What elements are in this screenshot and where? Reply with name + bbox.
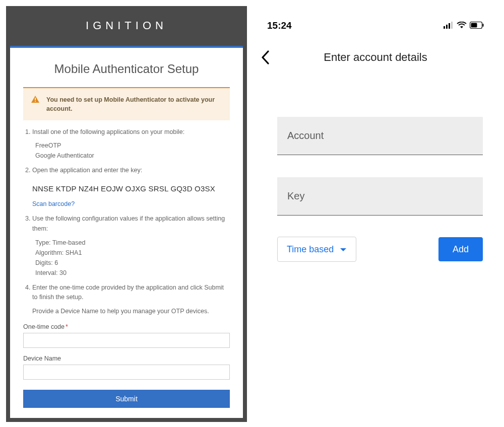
step3-text: Use the following configuration values i…	[32, 215, 225, 232]
phone-screen: 15:24 Enter account details	[247, 0, 504, 427]
account-field[interactable]	[277, 117, 483, 155]
svg-rect-1	[35, 101, 36, 102]
one-time-code-input[interactable]	[23, 333, 230, 348]
step2-text: Open the application and enter the key:	[32, 167, 142, 174]
svg-rect-0	[35, 98, 36, 100]
svg-rect-5	[451, 22, 453, 29]
page-title: Mobile Authenticator Setup	[23, 62, 230, 76]
chevron-down-icon	[340, 244, 347, 255]
app-google-auth: Google Authenticator	[35, 151, 230, 161]
cfg-algo: Algorithm: SHA1	[35, 248, 230, 258]
cfg-type: Type: Time-based	[35, 238, 230, 248]
status-bar: 15:24	[247, 10, 504, 36]
setup-steps: Install one of the following application…	[23, 127, 230, 316]
alert-banner: You need to set up Mobile Authenticator …	[23, 87, 230, 120]
add-button[interactable]: Add	[438, 237, 483, 261]
title-bar: Enter account details	[247, 43, 504, 72]
svg-rect-8	[483, 24, 484, 27]
otc-label: One-time code*	[23, 323, 230, 330]
svg-rect-3	[446, 25, 448, 29]
step1-text: Install one of the following application…	[32, 128, 184, 135]
alert-text: You need to set up Mobile Authenticator …	[46, 96, 215, 112]
submit-button[interactable]: Submit	[23, 390, 230, 408]
ignition-panel: IGNITION Mobile Authenticator Setup You …	[6, 6, 247, 422]
wifi-icon	[457, 20, 467, 31]
device-name-label: Device Name	[23, 355, 230, 362]
screen-title: Enter account details	[324, 51, 427, 64]
step4-text: Enter the one-time code provided by the …	[32, 284, 224, 301]
battery-icon	[470, 20, 484, 31]
ignition-brand: IGNITION	[6, 6, 247, 46]
svg-rect-7	[471, 23, 477, 28]
device-name-input[interactable]	[23, 365, 230, 380]
step4-extra: Provide a Device Name to help you manage…	[32, 307, 230, 316]
cfg-digits: Digits: 6	[35, 258, 230, 268]
type-select-label: Time based	[287, 244, 334, 255]
authenticator-key: NNSE KTDP NZ4H EOJW OJXG SRSL GQ3D O3SX	[32, 183, 230, 194]
app-freeotp: FreeOTP	[35, 141, 230, 151]
back-icon[interactable]	[261, 50, 270, 67]
cfg-interval: Interval: 30	[35, 268, 230, 278]
warning-icon	[31, 96, 39, 105]
cellular-icon	[444, 20, 454, 31]
key-field[interactable]	[277, 177, 483, 216]
svg-rect-4	[449, 23, 450, 29]
svg-rect-2	[444, 26, 445, 29]
scan-barcode-link[interactable]: Scan barcode?	[32, 200, 75, 207]
status-time: 15:24	[267, 20, 292, 31]
type-select[interactable]: Time based	[277, 237, 356, 262]
